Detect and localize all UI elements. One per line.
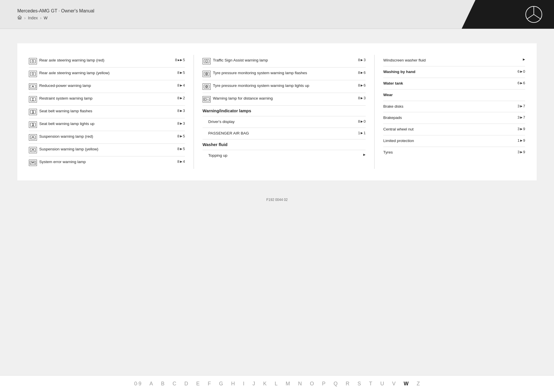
list-item: Limited protection 1▶9: [383, 135, 525, 147]
alpha-N[interactable]: N: [298, 381, 302, 387]
list-item: Wear: [383, 89, 525, 101]
svg-point-32: [206, 86, 207, 87]
svg-point-9: [32, 73, 34, 75]
item-page: 8▶6: [358, 70, 366, 75]
item-page: 8▶5: [177, 134, 185, 138]
list-item: Tyre pressure monitoring system warning …: [203, 68, 366, 80]
main-content: Rear axle steering warning lamp (red) 8▶…: [17, 43, 537, 180]
warning-indicator-section: Warning/indicator lamps: [203, 106, 366, 116]
item-label: Rear axle steering warning lamp (red): [39, 58, 173, 63]
item-label: Wear: [383, 92, 523, 98]
alpha-Q[interactable]: Q: [334, 381, 338, 387]
alphabet-bar: 0·9 A B C D E F G H I J K L M N O P Q R …: [0, 375, 554, 392]
list-item: Washing by hand 6▶0: [383, 66, 525, 78]
item-label: Restraint system warning lamp: [39, 96, 175, 101]
reduced-power-icon: [29, 83, 37, 90]
list-item: Central wheel nut 3▶9: [383, 124, 525, 135]
seat-belt-flash-icon: [29, 109, 37, 115]
washer-fluid-section: Washer fluid: [203, 139, 366, 150]
svg-rect-0: [19, 18, 20, 19]
alpha-O[interactable]: O: [310, 381, 314, 387]
alpha-G[interactable]: G: [219, 381, 223, 387]
alpha-D[interactable]: D: [184, 381, 188, 387]
item-label: Suspension warning lamp (yellow): [39, 147, 175, 152]
tyre-pressure-light-icon: [203, 83, 211, 90]
item-label: Seat belt warning lamp lights up: [39, 121, 175, 127]
list-item: PASSENGER AIR BAG 1▶1: [203, 128, 366, 139]
alpha-W[interactable]: W: [404, 381, 409, 387]
item-label: Rear axle steering warning lamp (yellow): [39, 70, 175, 76]
item-page: 1▶1: [358, 131, 366, 135]
svg-point-31: [205, 85, 208, 88]
svg-line-3: [534, 14, 541, 19]
page-header: Mercedes-AMG GT · Owner's Manual › Index…: [0, 0, 554, 29]
breadcrumb-index[interactable]: Index: [28, 16, 38, 20]
list-item: Rear axle steering warning lamp (yellow)…: [29, 68, 185, 80]
distance-warning-icon: [203, 96, 211, 102]
item-page: 8▶2: [177, 96, 185, 100]
alpha-R[interactable]: R: [346, 381, 349, 387]
alpha-T[interactable]: T: [369, 381, 372, 387]
list-item: Suspension warning lamp (red) 8▶5: [29, 131, 185, 144]
item-page: 1▶9: [518, 138, 525, 143]
item-page: 8▶4: [177, 159, 185, 164]
alpha-F[interactable]: F: [208, 381, 211, 387]
breadcrumb-sep2: ›: [40, 16, 42, 20]
list-item: Rear axle steering warning lamp (red) 8▶…: [29, 55, 185, 68]
alpha-I[interactable]: I: [243, 381, 244, 387]
section-title: Warning/indicator lamps: [203, 109, 251, 113]
item-page: 6▶0: [518, 69, 525, 74]
item-label: Driver's display: [208, 119, 356, 125]
list-item: Warning lamp for distance warning 8▶3: [203, 93, 366, 106]
list-item: Topping up ▶: [203, 150, 366, 161]
svg-point-17: [32, 111, 33, 112]
list-item: Restraint system warning lamp 8▶2: [29, 93, 185, 106]
item-page: 8▶3: [358, 58, 366, 62]
manual-title: Mercedes-AMG GT · Owner's Manual: [17, 8, 94, 14]
tyre-pressure-flash-icon: [203, 71, 211, 77]
item-page: 8▶3: [177, 121, 185, 126]
svg-point-29: [206, 73, 207, 74]
item-page: 8▶0: [358, 119, 366, 124]
svg-text:!: !: [206, 61, 207, 62]
alpha-C[interactable]: C: [173, 381, 176, 387]
alpha-S[interactable]: S: [358, 381, 361, 387]
alpha-V[interactable]: V: [392, 381, 396, 387]
svg-point-6: [32, 60, 34, 62]
svg-point-14: [32, 98, 33, 99]
alpha-E[interactable]: E: [196, 381, 200, 387]
suspension-yellow-icon: [29, 147, 37, 153]
item-page: ▶: [363, 153, 366, 156]
item-label: Reduced-power warning lamp: [39, 83, 175, 89]
list-item: Suspension warning lamp (yellow) 8▶5: [29, 144, 185, 156]
alpha-K[interactable]: K: [263, 381, 267, 387]
list-item: Brake disks 3▶7: [383, 101, 525, 113]
alpha-J[interactable]: J: [252, 381, 255, 387]
alpha-P[interactable]: P: [322, 381, 325, 387]
item-label: Windscreen washer fluid: [383, 58, 521, 63]
restraint-system-icon: [29, 96, 37, 102]
alpha-L[interactable]: L: [275, 381, 278, 387]
alpha-H[interactable]: H: [231, 381, 235, 387]
alpha-Z[interactable]: Z: [417, 381, 420, 387]
item-label: Warning lamp for distance warning: [213, 96, 356, 101]
alpha-M[interactable]: M: [286, 381, 290, 387]
item-page: ▶: [523, 58, 525, 61]
alpha-09[interactable]: 0·9: [134, 381, 141, 387]
mercedes-logo-area: [462, 0, 554, 29]
item-page: 8▶3: [177, 109, 185, 113]
alpha-U[interactable]: U: [380, 381, 384, 387]
item-page: 8▶6: [358, 83, 366, 87]
list-item: System error warning lamp 8▶4: [29, 156, 185, 169]
list-item: ! Traffic Sign Assist warning lamp 8▶3: [203, 55, 366, 68]
section-title: Washer fluid: [203, 142, 227, 147]
item-page: 8▶5: [175, 58, 185, 62]
item-page: 8▶5: [177, 70, 185, 75]
alpha-A[interactable]: A: [149, 381, 153, 387]
list-item: Reduced-power warning lamp 8▶4: [29, 80, 185, 93]
alpha-B[interactable]: B: [161, 381, 164, 387]
list-item: Seat belt warning lamp lights up 8▶3: [29, 118, 185, 131]
item-label: PASSENGER AIR BAG: [208, 131, 356, 136]
home-icon[interactable]: [17, 15, 22, 20]
footer-code: F192 0044 02: [266, 198, 288, 202]
